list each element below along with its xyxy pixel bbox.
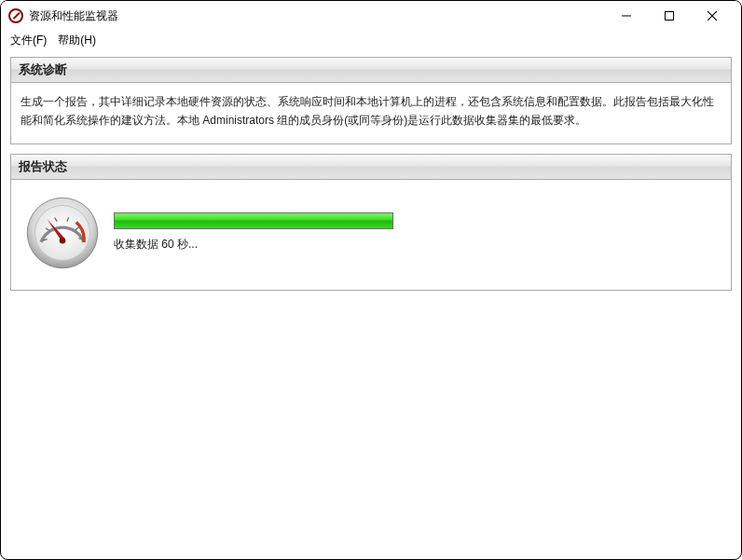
diagnostics-panel: 系统诊断 生成一个报告，其中详细记录本地硬件资源的状态、系统响应时间和本地计算机…: [10, 57, 732, 144]
status-message: 收集数据 60 秒...: [114, 235, 393, 253]
svg-rect-1: [666, 12, 674, 20]
status-panel: 报告状态: [10, 154, 732, 291]
svg-line-11: [78, 239, 83, 239]
svg-point-13: [60, 238, 66, 244]
diagnostics-panel-body: 生成一个报告，其中详细记录本地硬件资源的状态、系统响应时间和本地计算机上的进程，…: [11, 83, 731, 143]
progress-bar: [114, 212, 393, 229]
menu-help[interactable]: 帮助(H): [58, 33, 96, 48]
window-title: 资源和性能监视器: [29, 8, 118, 24]
minimize-button[interactable]: [605, 3, 648, 29]
maximize-button[interactable]: [648, 3, 691, 29]
content-area[interactable]: 系统诊断 生成一个报告，其中详细记录本地硬件资源的状态、系统响应时间和本地计算机…: [7, 53, 735, 553]
menu-file[interactable]: 文件(F): [10, 33, 47, 48]
diagnostics-panel-header: 系统诊断: [11, 58, 731, 83]
menu-bar: 文件(F) 帮助(H): [1, 31, 741, 54]
app-icon: [8, 8, 23, 23]
gauge-icon: [24, 195, 101, 271]
title-bar: 资源和性能监视器: [1, 1, 741, 31]
close-button[interactable]: [691, 3, 734, 29]
progress-fill: [115, 213, 392, 228]
status-panel-header: 报告状态: [11, 155, 731, 180]
